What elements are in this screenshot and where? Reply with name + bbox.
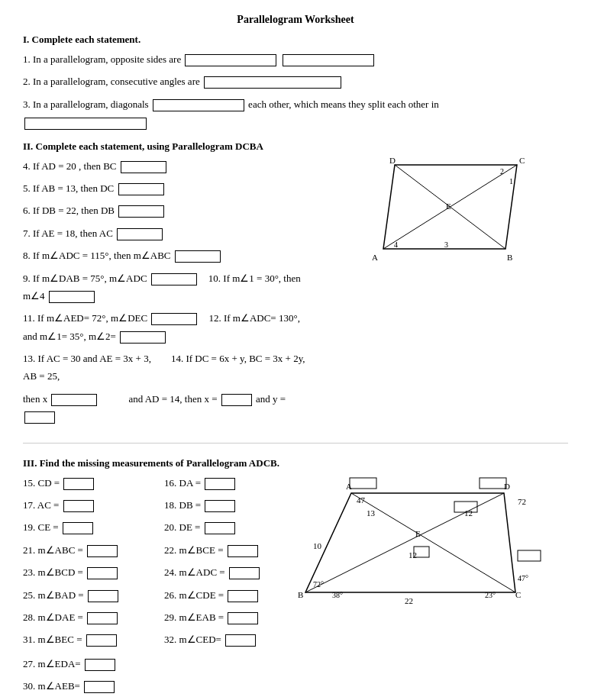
q12-box[interactable] (120, 331, 166, 344)
svg-marker-3 (305, 493, 515, 592)
q20-box[interactable] (205, 522, 235, 534)
q3b-text: each other, which means they split each … (248, 98, 439, 110)
q15-text: 15. CD = (23, 477, 60, 489)
q7-box[interactable] (117, 228, 163, 240)
q9-box[interactable] (151, 273, 197, 285)
q11-line: 11. If m∠AED= 72°, m∠DEC 12. If m∠ADC= 1… (23, 309, 305, 345)
box-right-side[interactable] (518, 550, 541, 561)
q23-box[interactable] (87, 567, 118, 579)
q15-line: 15. CD = (23, 474, 141, 492)
q24-box[interactable] (229, 567, 260, 579)
q2-box[interactable] (204, 76, 341, 89)
section3-right: E A D B C 13 12 72 10 12 72° 38° (290, 474, 568, 700)
q3-box1[interactable] (153, 99, 244, 111)
q22-text: 22. m∠BCE = (164, 544, 223, 556)
q27-box[interactable] (85, 659, 115, 671)
label3-E: E (415, 529, 421, 538)
q9-text: 9. If m∠DAB = 75°, m∠ADC (23, 273, 147, 284)
q17-box[interactable] (63, 500, 94, 512)
val-47deg: 47° (518, 574, 528, 582)
q11-text: 11. If m∠AED= 72°, m∠DEC (23, 312, 147, 324)
q19-line: 19. CE = (23, 518, 141, 536)
q28-line: 28. m∠DAE = (23, 608, 141, 626)
q26-box[interactable] (228, 590, 258, 602)
q26-line: 26. m∠CDE = (164, 586, 283, 604)
q16-box[interactable] (205, 478, 235, 490)
box-top-a[interactable] (350, 478, 376, 489)
section2-inner: 4. If AD = 20 , then BC 5. If AB = 13, t… (23, 157, 568, 431)
q31-line: 31. m∠BEC = (23, 631, 141, 648)
q30-text: 30. m∠AEB= (23, 680, 80, 692)
q10-box[interactable] (49, 291, 95, 303)
label-E: E (446, 202, 451, 211)
section2-title: II. Complete each statement, using Paral… (23, 140, 568, 153)
label3-D: D (504, 482, 510, 491)
q16-text: 16. DA = (164, 477, 201, 489)
q19-box[interactable] (63, 522, 93, 534)
parallelogram-svg: D C A B E 2 1 3 4 (353, 157, 528, 279)
q21-box[interactable] (87, 545, 118, 557)
q30-box[interactable] (84, 681, 115, 693)
page-title: Parallelogram Worksheet (23, 14, 568, 26)
section2-left: 4. If AD = 20 , then BC 5. If AB = 13, t… (23, 157, 305, 431)
q19-text: 19. CE = (23, 521, 59, 533)
q5-line: 5. If AB = 13, then DC (23, 179, 305, 197)
q17-text: 17. AC = (23, 499, 59, 511)
q14b-box[interactable] (221, 394, 252, 406)
q28-box[interactable] (87, 612, 118, 624)
num-3: 3 (444, 240, 448, 249)
q15-box[interactable] (63, 478, 94, 490)
q6-box[interactable] (118, 205, 164, 218)
box-top-d[interactable] (480, 478, 506, 489)
q29-box[interactable] (228, 612, 258, 624)
q13b-text: then x (23, 393, 47, 405)
q1-text: 1. In a parallelogram, opposite sides ar… (23, 53, 181, 65)
q23-text: 23. m∠BCD = (23, 566, 83, 578)
q28-text: 28. m∠DAE = (23, 611, 83, 623)
q5-box[interactable] (118, 183, 164, 195)
q13b-box[interactable] (51, 394, 97, 406)
section1-title: I. Complete each statement. (23, 34, 568, 46)
q4-line: 4. If AD = 20 , then BC (23, 157, 305, 175)
q25-line: 25. m∠BAD = (23, 586, 141, 604)
q31-box[interactable] (86, 634, 117, 647)
q25-box[interactable] (88, 590, 118, 602)
q1-box1[interactable] (185, 54, 276, 66)
q18-line: 18. DB = (164, 496, 283, 514)
val-72deg: 72° (313, 580, 324, 589)
q11-box[interactable] (151, 313, 197, 325)
q13-line: 13. If AC = 30 and AE = 3x + 3, 14. If D… (23, 350, 305, 385)
q13-text: 13. If AC = 30 and AE = 3x + 3, (23, 353, 151, 364)
q22-box[interactable] (228, 545, 258, 557)
q30-line: 30. m∠AEB= (23, 677, 283, 695)
num-4: 4 (394, 240, 398, 249)
val-10: 10 (313, 541, 322, 550)
section2: II. Complete each statement, using Paral… (23, 140, 568, 431)
q17-line: 17. AC = (23, 496, 141, 514)
q21-line: 21. m∠ABC = (23, 541, 141, 559)
q1-box2[interactable] (283, 54, 374, 66)
val-13: 13 (367, 508, 376, 518)
q8-text: 8. If m∠ADC = 115°, then m∠ABC (23, 250, 171, 261)
q8-box[interactable] (175, 250, 221, 263)
q6-line: 6. If DB = 22, then DB (23, 202, 305, 219)
num-2: 2 (500, 167, 504, 176)
num-1: 1 (509, 177, 513, 185)
q22-line: 22. m∠BCE = (164, 541, 283, 559)
q25-text: 25. m∠BAD = (23, 589, 84, 601)
q14c-box[interactable] (24, 411, 55, 424)
q5-text: 5. If AB = 13, then DC (23, 182, 114, 194)
q4-box[interactable] (121, 161, 166, 173)
q32-box[interactable] (225, 634, 256, 647)
divider1 (23, 443, 568, 444)
svg-line-5 (305, 493, 504, 592)
q3-box2[interactable] (24, 118, 147, 130)
q16-line: 16. DA = (164, 474, 283, 492)
q13b-line: then x and AD = 14, then x = and y = (23, 390, 305, 426)
q20-text: 20. DE = (164, 521, 200, 533)
q18-box[interactable] (205, 500, 235, 512)
section3-two-col: 15. CD = 17. AC = 19. CE = 21. m∠ABC = (23, 474, 283, 653)
q7-line: 7. If AE = 18, then AC (23, 224, 305, 242)
q23-line: 23. m∠BCD = (23, 563, 141, 581)
label-A: A (372, 253, 378, 262)
